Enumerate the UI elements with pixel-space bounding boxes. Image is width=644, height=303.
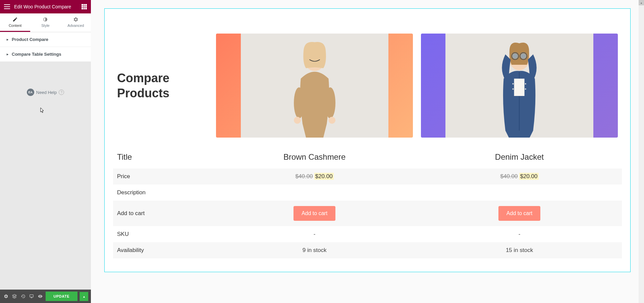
product-image-1[interactable] — [216, 34, 413, 138]
svg-point-5 — [325, 87, 335, 118]
product-price-2: $40.00$20.00 — [417, 168, 622, 185]
editor-bottom-bar: UPDATE ▴ — [0, 290, 91, 303]
compare-table: Compare Products — [113, 29, 622, 258]
sidebar-header: Edit Woo Product Compare — [0, 0, 91, 13]
person-illustration-1 — [241, 34, 388, 138]
product-availability-1: 9 in stock — [212, 242, 417, 258]
compare-heading-line1: Compare — [117, 71, 169, 85]
old-price-2: $40.00 — [500, 173, 518, 180]
svg-rect-1 — [30, 295, 34, 297]
canvas-scrollbar[interactable]: ▴ — [639, 0, 644, 303]
compare-heading: Compare Products — [117, 70, 208, 101]
product-title-2: Denim Jacket — [417, 142, 622, 168]
row-label-add-to-cart: Add to cart — [113, 201, 212, 226]
section-compare-table-settings[interactable]: ▸ Compare Table Settings — [0, 47, 91, 62]
widget-title: Edit Woo Product Compare — [14, 4, 82, 9]
svg-point-12 — [513, 53, 518, 59]
svg-point-4 — [294, 87, 304, 118]
svg-point-13 — [521, 53, 527, 59]
pencil-icon — [12, 17, 18, 22]
product-price-1: $40.00$20.00 — [212, 168, 417, 185]
svg-point-16 — [513, 88, 514, 90]
update-options-button[interactable]: ▴ — [79, 292, 88, 301]
new-price-1: $20.00 — [314, 173, 334, 180]
add-to-cart-row: Add to cart Add to cart Add to cart — [113, 201, 622, 226]
widget-frame[interactable]: Compare Products — [104, 8, 631, 272]
tab-advanced-label: Advanced — [67, 23, 84, 28]
row-label-title: Title — [113, 142, 212, 168]
svg-rect-14 — [514, 79, 525, 96]
title-row: Title Brown Cashmere Denim Jacket — [113, 142, 622, 168]
section-compare-table-settings-label: Compare Table Settings — [12, 52, 61, 57]
section-product-compare-label: Product Compare — [12, 37, 48, 42]
need-help-label: Need Help — [36, 90, 57, 95]
ea-badge-icon: EA — [27, 89, 34, 96]
editor-canvas[interactable]: Compare Products — [91, 0, 644, 303]
description-row: Description — [113, 185, 622, 201]
compare-heading-line2: Products — [117, 86, 169, 100]
availability-row: Availability 9 in stock 15 in stock — [113, 242, 622, 258]
price-row: Price $40.00$20.00 $40.00$20.00 — [113, 168, 622, 185]
style-icon — [43, 17, 48, 22]
help-area: EA Need Help ? — [0, 62, 91, 103]
row-label-sku: SKU — [113, 226, 212, 242]
tab-content[interactable]: Content — [0, 13, 30, 32]
tab-advanced[interactable]: Advanced — [61, 13, 91, 32]
sku-row: SKU - - — [113, 226, 622, 242]
history-icon[interactable] — [20, 292, 26, 301]
caret-right-icon: ▸ — [7, 52, 8, 56]
responsive-icon[interactable] — [29, 292, 35, 301]
product-image-2[interactable] — [421, 34, 618, 138]
widgets-grid-icon[interactable] — [82, 4, 87, 9]
navigator-icon[interactable] — [11, 292, 18, 301]
editor-sidebar: Edit Woo Product Compare Content Style A… — [0, 0, 91, 303]
editor-tabs: Content Style Advanced — [0, 13, 91, 32]
update-button[interactable]: UPDATE — [46, 292, 77, 301]
product-title-1: Brown Cashmere — [212, 142, 417, 168]
row-label-availability: Availability — [113, 242, 212, 258]
product-sku-2: - — [417, 226, 622, 242]
svg-point-7 — [328, 117, 335, 124]
add-to-cart-button-1[interactable]: Add to cart — [293, 206, 335, 221]
product-availability-2: 15 in stock — [417, 242, 622, 258]
preview-icon[interactable] — [37, 292, 44, 301]
scrollbar-up-arrow[interactable]: ▴ — [639, 0, 644, 5]
caret-right-icon: ▸ — [7, 38, 8, 41]
svg-point-18 — [525, 88, 526, 90]
old-price-1: $40.00 — [296, 173, 313, 180]
row-label-price: Price — [113, 168, 212, 185]
image-row: Compare Products — [113, 29, 622, 142]
need-help-link[interactable]: EA Need Help ? — [27, 89, 64, 96]
section-product-compare[interactable]: ▸ Product Compare — [0, 32, 91, 47]
add-to-cart-button-2[interactable]: Add to cart — [498, 206, 540, 221]
menu-icon[interactable] — [4, 4, 10, 9]
new-price-2: $20.00 — [519, 173, 539, 180]
svg-point-6 — [294, 117, 301, 124]
help-icon: ? — [59, 90, 64, 95]
mouse-cursor-icon — [40, 107, 45, 114]
svg-point-15 — [513, 83, 514, 85]
tab-style-label: Style — [41, 23, 49, 28]
product-description-2 — [417, 185, 622, 201]
tab-style[interactable]: Style — [30, 13, 60, 32]
settings-icon[interactable] — [3, 292, 9, 301]
product-description-1 — [212, 185, 417, 201]
row-label-description: Description — [113, 185, 212, 201]
gear-icon — [73, 17, 78, 22]
product-sku-1: - — [212, 226, 417, 242]
tab-content-label: Content — [9, 23, 22, 28]
person-illustration-2 — [445, 34, 593, 138]
svg-point-17 — [525, 83, 526, 85]
